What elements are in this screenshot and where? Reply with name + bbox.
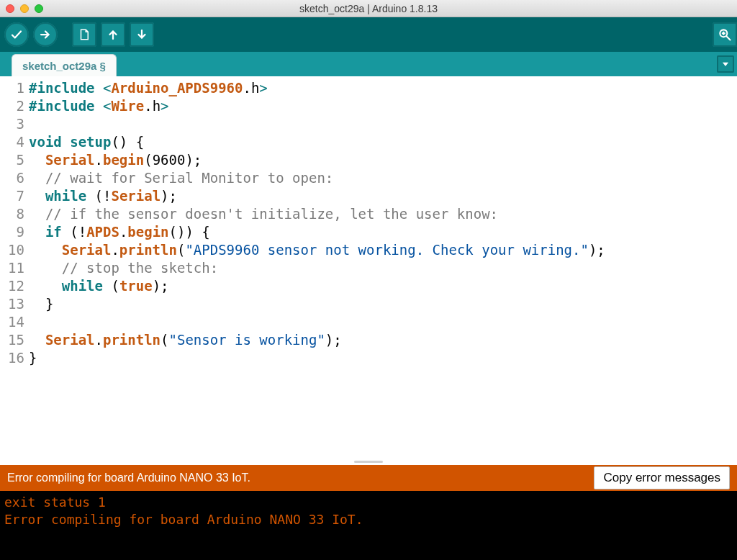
lineno: 2 bbox=[0, 97, 24, 115]
tok: Wire bbox=[111, 98, 144, 114]
lineno: 15 bbox=[0, 331, 24, 349]
tok: while bbox=[62, 278, 103, 294]
tok: #include bbox=[29, 98, 95, 114]
console-output[interactable]: exit status 1 Error compiling for board … bbox=[0, 491, 737, 560]
tok: ; bbox=[333, 332, 341, 348]
tok: < bbox=[103, 80, 111, 96]
tok: ( bbox=[160, 332, 168, 348]
console-resize-handle[interactable] bbox=[0, 458, 737, 465]
tok: . bbox=[111, 242, 119, 258]
tok: "Sensor is working" bbox=[169, 332, 325, 348]
window-title: sketch_oct29a | Arduino 1.8.13 bbox=[0, 3, 737, 14]
tok: begin bbox=[103, 152, 144, 168]
tab-strip: sketch_oct29a § bbox=[0, 52, 737, 76]
open-sketch-button[interactable] bbox=[101, 22, 125, 47]
tok: .h bbox=[144, 98, 160, 114]
tok: Serial bbox=[45, 152, 95, 168]
check-icon bbox=[10, 28, 23, 41]
serial-monitor-button[interactable] bbox=[713, 22, 737, 47]
lineno: 13 bbox=[0, 295, 24, 313]
verify-button[interactable] bbox=[4, 22, 29, 47]
lineno: 1 bbox=[0, 79, 24, 97]
tok: } bbox=[45, 296, 53, 312]
tok: . bbox=[119, 224, 127, 240]
magnifier-icon bbox=[718, 27, 732, 42]
tok: { bbox=[136, 134, 144, 150]
toolbar bbox=[0, 17, 737, 52]
new-sketch-button[interactable] bbox=[72, 22, 96, 47]
sketch-tab[interactable]: sketch_oct29a § bbox=[12, 54, 117, 76]
lineno: 12 bbox=[0, 277, 24, 295]
tok: } bbox=[29, 350, 37, 366]
tok: // wait for Serial Monitor to open: bbox=[45, 170, 333, 186]
tok: "APDS9960 sensor not working. Check your… bbox=[185, 242, 589, 258]
tok: void bbox=[29, 134, 62, 150]
tok: 9600 bbox=[153, 152, 186, 168]
tok: ( bbox=[177, 242, 185, 258]
tok: ) bbox=[589, 242, 597, 258]
copy-error-button[interactable]: Copy error messages bbox=[594, 466, 730, 489]
tok: ) bbox=[185, 224, 193, 240]
close-window-button[interactable] bbox=[6, 4, 14, 13]
tok: ( bbox=[70, 224, 78, 240]
tok: true bbox=[119, 278, 153, 294]
console-line: Error compiling for board Arduino NANO 3… bbox=[4, 512, 363, 527]
tok: // if the sensor doesn't initialize, let… bbox=[45, 206, 498, 222]
tok: while bbox=[45, 188, 86, 204]
code-editor[interactable]: 1 2 3 4 5 6 7 8 9 10 11 12 13 14 15 16 #… bbox=[0, 76, 737, 465]
lineno: 3 bbox=[0, 115, 24, 133]
tok: APDS bbox=[86, 224, 119, 240]
tok: .h bbox=[243, 80, 259, 96]
tok: Serial bbox=[62, 242, 112, 258]
tok: Serial bbox=[45, 332, 95, 348]
lineno: 9 bbox=[0, 223, 24, 241]
lineno: 5 bbox=[0, 151, 24, 169]
svg-line-4 bbox=[727, 37, 731, 40]
line-number-gutter: 1 2 3 4 5 6 7 8 9 10 11 12 13 14 15 16 bbox=[0, 76, 27, 465]
tok: println bbox=[119, 242, 177, 258]
arrow-up-icon bbox=[107, 28, 119, 41]
zoom-window-button[interactable] bbox=[35, 4, 43, 13]
tok: Serial bbox=[111, 188, 160, 204]
tok: ; bbox=[194, 152, 202, 168]
upload-button[interactable] bbox=[33, 22, 58, 47]
arrow-right-icon bbox=[39, 28, 52, 41]
tok: if bbox=[45, 224, 62, 240]
file-icon bbox=[78, 28, 91, 41]
status-bar: Error compiling for board Arduino NANO 3… bbox=[0, 465, 737, 491]
tok: < bbox=[103, 98, 111, 114]
tok: > bbox=[259, 80, 267, 96]
console-line: exit status 1 bbox=[4, 494, 106, 510]
tok: ( bbox=[144, 152, 152, 168]
lineno: 14 bbox=[0, 313, 24, 331]
lineno: 7 bbox=[0, 187, 24, 205]
lineno: 4 bbox=[0, 133, 24, 151]
tok: ; bbox=[169, 188, 177, 204]
tok: { bbox=[202, 224, 209, 240]
tok: #include bbox=[29, 80, 95, 96]
tok: ) bbox=[160, 188, 168, 204]
tok: () bbox=[111, 134, 127, 150]
lineno: 10 bbox=[0, 241, 24, 259]
svg-marker-7 bbox=[723, 63, 728, 66]
tok: ) bbox=[153, 278, 160, 294]
tok: ) bbox=[325, 332, 333, 348]
code-text[interactable]: #include <Arduino_APDS9960.h> #include <… bbox=[27, 76, 605, 465]
lineno: 16 bbox=[0, 349, 24, 367]
minimize-window-button[interactable] bbox=[20, 4, 29, 13]
tok: setup bbox=[70, 134, 111, 150]
tok: begin bbox=[127, 224, 168, 240]
tok: ( bbox=[111, 278, 119, 294]
tok: ! bbox=[103, 188, 111, 204]
tok: println bbox=[103, 332, 160, 348]
tok: ) bbox=[185, 152, 193, 168]
arrow-down-icon bbox=[135, 28, 148, 41]
chevron-down-icon bbox=[720, 59, 731, 69]
save-sketch-button[interactable] bbox=[130, 22, 154, 47]
status-message: Error compiling for board Arduino NANO 3… bbox=[7, 471, 250, 484]
tok: > bbox=[160, 98, 168, 114]
tok: // stop the sketch: bbox=[62, 260, 218, 276]
lineno: 8 bbox=[0, 205, 24, 223]
tab-menu-button[interactable] bbox=[717, 55, 734, 73]
tok: . bbox=[95, 332, 103, 348]
